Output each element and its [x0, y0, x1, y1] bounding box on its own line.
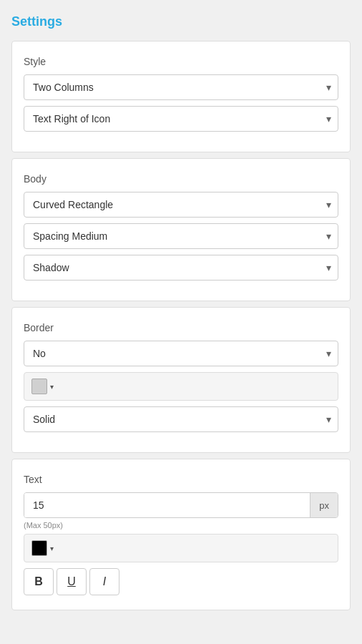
settings-panel: Settings Style Two Columns One Column Th…: [0, 0, 362, 644]
font-size-input[interactable]: [24, 493, 310, 517]
border-toggle-wrapper[interactable]: No Yes: [24, 341, 338, 366]
style-columns-wrapper[interactable]: Two Columns One Column Three Columns: [24, 74, 338, 100]
body-shadow-wrapper[interactable]: Shadow No Shadow: [24, 255, 338, 280]
body-label: Body: [24, 173, 338, 185]
text-label: Text: [24, 474, 338, 485]
border-style-wrapper[interactable]: Solid Dashed Dotted: [24, 406, 338, 432]
text-color-row[interactable]: ▾: [24, 534, 338, 562]
underline-button[interactable]: U: [57, 568, 87, 595]
border-color-arrow-icon[interactable]: ▾: [50, 383, 54, 391]
italic-button[interactable]: I: [89, 568, 119, 595]
bold-button[interactable]: B: [24, 568, 54, 595]
font-size-unit: px: [310, 493, 338, 517]
text-color-arrow-icon[interactable]: ▾: [50, 545, 54, 552]
panel-title: Settings: [11, 14, 351, 29]
style-section: Style Two Columns One Column Three Colum…: [11, 41, 351, 152]
body-spacing-select[interactable]: Spacing Medium Spacing Small Spacing Lar…: [24, 223, 338, 249]
body-spacing-wrapper[interactable]: Spacing Medium Spacing Small Spacing Lar…: [24, 223, 338, 249]
body-shape-select[interactable]: Curved Rectangle Rectangle Circle: [24, 192, 338, 218]
style-label: Style: [24, 56, 338, 67]
border-style-select[interactable]: Solid Dashed Dotted: [24, 406, 338, 432]
font-size-row: px: [24, 492, 338, 518]
style-columns-select[interactable]: Two Columns One Column Three Columns: [24, 74, 338, 100]
border-section: Border No Yes ▾ Solid Dashed Dotted: [11, 307, 351, 453]
body-shadow-select[interactable]: Shadow No Shadow: [24, 255, 338, 280]
border-label: Border: [24, 322, 338, 333]
body-section: Body Curved Rectangle Rectangle Circle S…: [11, 158, 351, 301]
max-hint: (Max 50px): [24, 521, 338, 530]
text-formatting-row: B U I: [24, 568, 338, 595]
border-color-row[interactable]: ▾: [24, 372, 338, 401]
style-icon-text-select[interactable]: Text Right of Icon Text Below Icon Icon …: [24, 106, 338, 132]
text-section: Text px (Max 50px) ▾ B U I: [11, 459, 351, 610]
border-toggle-select[interactable]: No Yes: [24, 341, 338, 366]
style-icon-text-wrapper[interactable]: Text Right of Icon Text Below Icon Icon …: [24, 106, 338, 132]
text-color-swatch[interactable]: [31, 540, 47, 556]
border-color-swatch[interactable]: [31, 379, 47, 394]
body-shape-wrapper[interactable]: Curved Rectangle Rectangle Circle: [24, 192, 338, 218]
